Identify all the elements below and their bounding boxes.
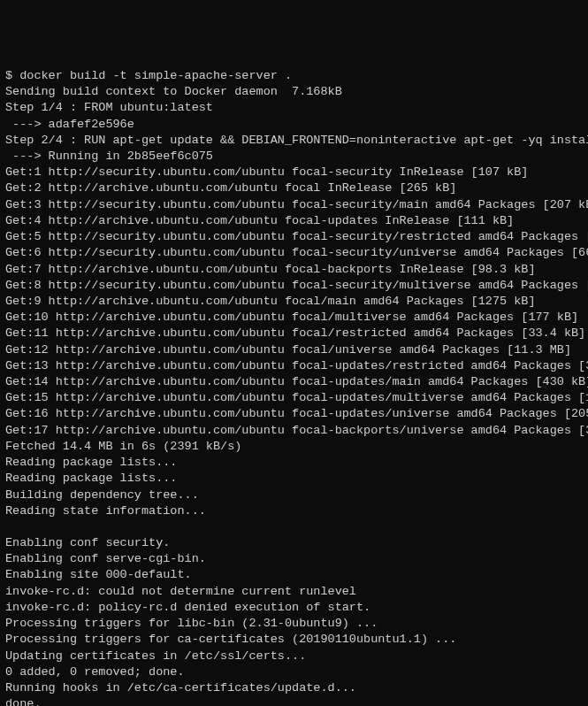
terminal-line: Reading state information... (5, 503, 583, 519)
terminal-line: invoke-rc.d: policy-rc.d denied executio… (5, 600, 583, 616)
terminal-line: Get:16 http://archive.ubuntu.com/ubuntu … (5, 406, 583, 422)
terminal-line: Get:17 http://archive.ubuntu.com/ubuntu … (5, 423, 583, 439)
output-gap (5, 519, 583, 535)
terminal-line: Updating certificates in /etc/ssl/certs.… (5, 648, 583, 664)
terminal-line: Running hooks in /etc/ca-certificates/up… (5, 680, 583, 696)
terminal-line: $ docker build -t simple-apache-server . (5, 68, 583, 84)
terminal-line: Enabling conf serve-cgi-bin. (5, 551, 583, 567)
terminal-line: Building dependency tree... (5, 487, 583, 503)
terminal-line: Get:14 http://archive.ubuntu.com/ubuntu … (5, 374, 583, 390)
terminal-line: invoke-rc.d: could not determine current… (5, 584, 583, 600)
terminal-line: Enabling site 000-default. (5, 567, 583, 583)
terminal-output: $ docker build -t simple-apache-server .… (5, 68, 583, 706)
terminal-line: Get:15 http://archive.ubuntu.com/ubuntu … (5, 390, 583, 406)
terminal-line: Get:1 http://security.ubuntu.com/ubuntu … (5, 165, 583, 180)
terminal-line: Step 1/4 : FROM ubuntu:latest (5, 100, 583, 116)
terminal-line: done. (5, 696, 583, 706)
terminal-line: Get:6 http://security.ubuntu.com/ubuntu … (5, 245, 583, 261)
terminal-line: Get:4 http://archive.ubuntu.com/ubuntu f… (5, 213, 583, 229)
terminal-line: Processing triggers for libc-bin (2.31-0… (5, 616, 583, 632)
terminal-line: Get:12 http://archive.ubuntu.com/ubuntu … (5, 342, 583, 358)
terminal-line: Get:9 http://archive.ubuntu.com/ubuntu f… (5, 294, 583, 310)
terminal-line: ---> adafef2e596e (5, 117, 583, 133)
terminal-line: Reading package lists... (5, 471, 583, 487)
terminal-line: Step 2/4 : RUN apt-get update && DEBIAN_… (5, 133, 583, 149)
terminal-line: Get:10 http://archive.ubuntu.com/ubuntu … (5, 310, 583, 326)
terminal-line: Get:11 http://archive.ubuntu.com/ubuntu … (5, 326, 583, 341)
terminal-line: Enabling conf security. (5, 535, 583, 551)
terminal-line: Processing triggers for ca-certificates … (5, 632, 583, 648)
terminal-line: Fetched 14.4 MB in 6s (2391 kB/s) (5, 439, 583, 455)
terminal-line: Sending build context to Docker daemon 7… (5, 84, 583, 100)
terminal-line: Get:5 http://security.ubuntu.com/ubuntu … (5, 229, 583, 245)
terminal-line: Get:3 http://security.ubuntu.com/ubuntu … (5, 197, 583, 213)
terminal-line: ---> Running in 2b85eef6c075 (5, 149, 583, 165)
terminal-line: 0 added, 0 removed; done. (5, 664, 583, 680)
terminal-line: Reading package lists... (5, 455, 583, 471)
terminal-line: Get:2 http://archive.ubuntu.com/ubuntu f… (5, 180, 583, 196)
terminal-line: Get:7 http://archive.ubuntu.com/ubuntu f… (5, 262, 583, 278)
terminal-line: Get:8 http://security.ubuntu.com/ubuntu … (5, 278, 583, 294)
terminal-line: Get:13 http://archive.ubuntu.com/ubuntu … (5, 358, 583, 374)
